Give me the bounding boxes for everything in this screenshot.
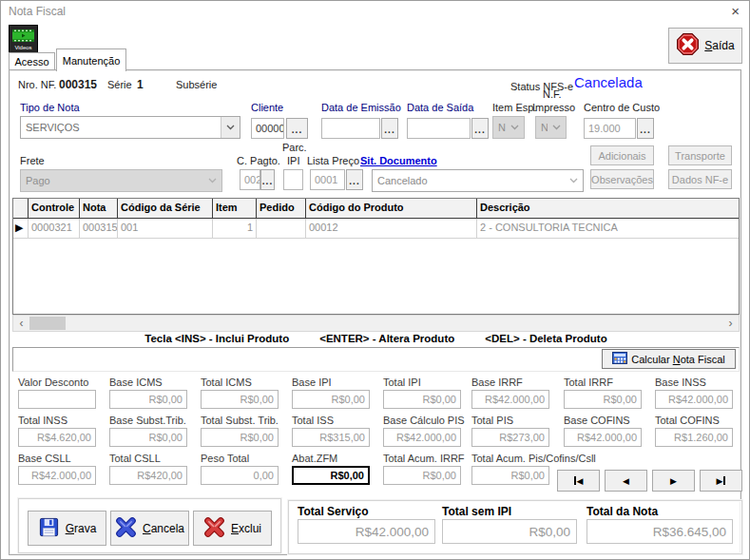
grid-header-codigo-serie[interactable]: Código da Série [118,199,213,218]
centro-custo-label: Centro de Custo [584,102,660,113]
lista-preco-input[interactable]: 0001 [310,169,345,190]
base-csll-input[interactable]: R$42.000,00 [18,466,96,485]
base-cofins-input[interactable]: R$42.000,00 [564,428,642,447]
first-bar [574,476,576,485]
valor-desconto-label: Valor Desconto [18,377,88,388]
transporte-button[interactable]: Transporte [668,145,732,165]
total-iss-label: Total ISS [292,415,334,426]
cell-item: 1 [213,219,257,239]
grid-header-codigo-produto[interactable]: Código do Produto [306,199,477,218]
nav-first-button[interactable]: ◀ [557,470,600,492]
base-calculo-pis-input[interactable]: R$42.000,00 [383,428,461,447]
nro-nf-value: 000315 [59,78,97,91]
total-acum-pis-cofins-csll-input[interactable]: R$0,00 [471,466,549,485]
scroll-left-icon[interactable]: ‹ [13,316,29,331]
nav-prev-button[interactable]: ◀ [605,470,647,492]
grid-header-descricao[interactable]: Descrição [477,199,739,218]
calculate-bar: Calcular Nota Fiscal [12,347,740,372]
valor-desconto-input[interactable] [18,390,96,409]
abat-zfm-input[interactable]: R$0,00 [292,466,370,485]
total-acum-irrf-input[interactable]: R$0,00 [383,466,461,485]
table-row[interactable]: ▶ 0000321 000315 001 1 00012 2 - CONSULT… [13,219,739,239]
grid-horizontal-scrollbar[interactable]: ‹ › [12,315,740,332]
subserie-label: Subsérie [176,79,217,90]
lista-preco-lookup-button[interactable]: ... [346,169,363,190]
total-servico-value: R$42.000,00 [298,519,435,544]
total-ipi-input[interactable]: R$0,00 [383,390,461,409]
data-saida-input[interactable] [407,118,471,139]
adicionais-button[interactable]: Adicionais [590,145,654,165]
data-emissao-input[interactable] [321,118,380,139]
floppy-disk-icon [38,516,60,541]
data-saida-lookup-button[interactable]: ... [471,118,489,139]
grid-header-item[interactable]: Item [213,199,257,218]
tab-acesso[interactable]: Acesso [9,52,55,70]
sit-documento-combo[interactable]: Cancelado [372,169,584,192]
red-x-icon [203,516,225,541]
videos-button[interactable]: Videos [9,25,38,54]
peso-total-input[interactable]: 0,00 [201,466,279,485]
scroll-right-icon[interactable]: › [722,316,739,331]
calcular-nota-fiscal-button[interactable]: Calcular Nota Fiscal [602,349,736,369]
total-icms-input[interactable]: R$0,00 [201,390,279,409]
exit-button[interactable]: Saída [668,28,742,64]
grid-header-pedido[interactable]: Pedido [257,199,306,218]
grid-header-controle[interactable]: Controle [29,199,80,218]
total-csll-input[interactable]: R$420,00 [109,466,187,485]
sit-documento-value: Cancelado [373,175,565,186]
hint-inclui: Tecla <INS> - Inclui Produto [144,333,289,344]
total-pis-label: Total PIS [471,415,513,426]
cancela-button[interactable]: Cancela [110,511,189,546]
nav-next-button[interactable]: ▶ [652,470,695,492]
base-ipi-input[interactable]: R$0,00 [292,390,370,409]
scrollbar-thumb[interactable] [29,317,66,330]
cliente-input[interactable]: 000003 [251,118,284,139]
total-inss-input[interactable]: R$4.620,00 [18,428,96,447]
total-pis-input[interactable]: R$273,00 [471,428,549,447]
base-icms-input[interactable]: R$0,00 [109,390,187,409]
total-cofins-label: Total COFINS [655,415,720,426]
calcular-button-label: Calcular Nota Fiscal [631,354,724,365]
tab-manutencao[interactable]: Manutenção [56,48,126,71]
centro-custo-input[interactable]: 19.000 [584,118,636,139]
exclui-button[interactable]: Exclui [193,511,272,546]
ellipsis-icon: ... [349,176,359,186]
cell-descricao: 2 - CONSULTORIA TECNICA [477,219,739,239]
item-esp-value: N [493,122,506,133]
tab-acesso-label: Acesso [14,56,48,68]
keyboard-hint: Tecla <INS> - Inclui Produto <ENTER> - A… [12,333,740,344]
status-nfse-value: Cancelada [574,74,643,90]
cliente-lookup-button[interactable]: ... [286,118,308,139]
dados-nfe-button[interactable]: Dados NF-e [668,169,732,189]
parc-ipi-input[interactable] [283,169,303,190]
sit-documento-link[interactable]: Sit. Documento [360,155,437,166]
centro-custo-lookup-button[interactable]: ... [637,118,654,139]
total-acum-irrf-label: Total Acum. IRRF [383,453,465,464]
c-pagto-lookup-button[interactable]: ... [260,169,275,190]
base-inss-input[interactable]: R$42.000,00 [655,390,733,409]
total-iss-input[interactable]: R$315,00 [292,428,370,447]
base-irrf-input[interactable]: R$42.000,00 [471,390,549,409]
tipo-de-nota-label: Tipo de Nota [20,102,80,113]
item-esp-combo[interactable]: N [492,116,525,139]
window-title: Nota Fiscal [9,5,66,18]
total-sem-ipi-label: Total sem IPI [442,505,511,518]
total-subst-trib-input[interactable]: R$0,00 [201,428,279,447]
data-emissao-lookup-button[interactable]: ... [381,118,398,139]
grava-button[interactable]: Grava [28,511,106,546]
nf-impresso-combo[interactable]: N [535,116,567,139]
frete-combo[interactable]: Pago [20,169,222,192]
cell-codigo-produto: 00012 [306,219,477,239]
hint-deleta: <DEL> - Deleta Produto [485,333,606,344]
base-icms-label: Base ICMS [109,377,163,388]
close-icon[interactable]: × [731,3,740,19]
base-subst-trib-input[interactable]: R$0,00 [109,428,187,447]
total-irrf-input[interactable]: R$0,00 [564,390,642,409]
nav-last-button[interactable]: ▶ [700,470,742,492]
c-pagto-input[interactable]: 002 [240,169,260,190]
tipo-de-nota-combo[interactable]: SERVIÇOS [20,116,240,139]
grid-header-nota[interactable]: Nota [80,199,118,218]
total-cofins-input[interactable]: R$1.260,00 [655,428,733,447]
observacoes-button[interactable]: Observações [590,169,654,189]
products-grid: Controle Nota Código da Série Item Pedid… [12,198,740,315]
